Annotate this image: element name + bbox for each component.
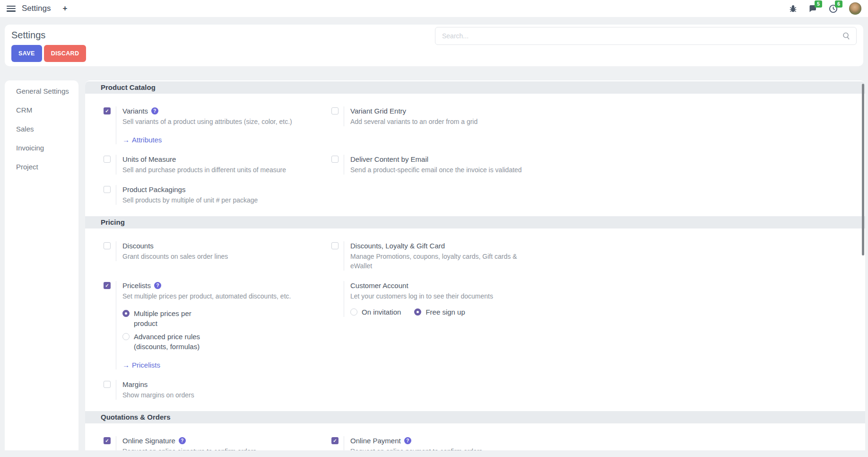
- check-icon: ✓: [105, 283, 109, 288]
- online-payment-checkbox[interactable]: ✓: [331, 437, 339, 444]
- sidebar-item-invoicing[interactable]: Invoicing: [5, 139, 78, 158]
- variants-checkbox[interactable]: ✓: [104, 107, 111, 114]
- setting-discounts: Discounts Grant discounts on sales order…: [104, 241, 331, 271]
- settings-content: Product Catalog ✓ Variants ? Sell varian…: [85, 80, 865, 450]
- search-icon[interactable]: [842, 32, 851, 40]
- sidebar-item-general-settings[interactable]: General Settings: [5, 82, 78, 101]
- help-icon[interactable]: ?: [151, 107, 158, 114]
- top-navbar: Settings + 5 6: [0, 0, 868, 17]
- variants-description: Sell variants of a product using attribu…: [122, 117, 312, 126]
- setting-variant-grid-entry: Variant Grid Entry Add several variants …: [331, 106, 865, 144]
- margins-label[interactable]: Margins: [122, 380, 148, 389]
- margins-description: Show margins on orders: [122, 390, 312, 400]
- radio-unselected-icon[interactable]: [122, 333, 130, 340]
- help-icon[interactable]: ?: [179, 437, 186, 444]
- setting-customer-account: Customer Account Let your customers log …: [331, 281, 865, 369]
- loyalty-gift-card-checkbox[interactable]: [331, 242, 339, 249]
- online-signature-description: Request an online signature to confirm o…: [122, 447, 312, 450]
- customer-account-description: Let your customers log in to see their d…: [350, 291, 539, 301]
- pricelists-description: Set multiple prices per product, automat…: [122, 291, 312, 301]
- activities-clock-icon[interactable]: 6: [829, 4, 838, 13]
- customer-account-radio-group: On invitation Free sign up: [350, 307, 865, 317]
- messages-count-badge: 5: [815, 0, 822, 8]
- margins-checkbox[interactable]: [104, 381, 111, 388]
- online-payment-description: Request an online payment to confirm ord…: [350, 447, 539, 450]
- discounts-checkbox[interactable]: [104, 242, 111, 249]
- sidebar-item-crm[interactable]: CRM: [5, 101, 78, 120]
- variants-label[interactable]: Variants: [122, 106, 148, 115]
- pricelists-checkbox[interactable]: ✓: [104, 282, 111, 289]
- loyalty-gift-card-description: Manage Promotions, coupons, loyalty card…: [350, 252, 539, 271]
- section-body-product-catalog: ✓ Variants ? Sell variants of a product …: [85, 94, 865, 216]
- deliver-content-description: Send a product-specific email once the i…: [350, 165, 539, 175]
- discounts-description: Grant discounts on sales order lines: [122, 252, 312, 261]
- pricelists-link[interactable]: → Pricelists: [122, 361, 160, 369]
- search-input[interactable]: [435, 27, 857, 45]
- product-packagings-checkbox[interactable]: [104, 186, 111, 193]
- setting-deliver-content-by-email: Deliver Content by Email Send a product-…: [331, 155, 865, 175]
- radio-multiple-prices[interactable]: Multiple prices per product: [122, 308, 331, 328]
- deliver-content-checkbox[interactable]: [331, 156, 339, 163]
- sidebar-item-sales[interactable]: Sales: [5, 120, 78, 139]
- debug-bug-icon[interactable]: [789, 5, 797, 13]
- arrow-right-icon: →: [122, 136, 130, 144]
- section-header-quotations-orders: Quotations & Orders: [85, 411, 865, 423]
- section-header-product-catalog: Product Catalog: [85, 81, 865, 94]
- check-icon: ✓: [105, 108, 109, 114]
- messages-icon[interactable]: 5: [808, 4, 817, 13]
- units-of-measure-description: Sell and purchase products in different …: [122, 165, 312, 175]
- setting-product-packagings: Product Packagings Sell products by mult…: [104, 185, 331, 205]
- variant-grid-entry-checkbox[interactable]: [331, 107, 339, 114]
- radio-unselected-icon[interactable]: [350, 308, 357, 316]
- settings-sidebar: General Settings CRM Sales Invoicing Pro…: [5, 80, 78, 450]
- section-body-quotations-orders: ✓ Online Signature ? Request an online s…: [85, 423, 865, 450]
- discounts-label[interactable]: Discounts: [122, 241, 154, 250]
- radio-advanced-price-rules[interactable]: Advanced price rules (discounts, formula…: [122, 332, 331, 352]
- radio-on-invitation[interactable]: On invitation: [350, 307, 401, 317]
- pricelists-label[interactable]: Pricelists: [122, 281, 151, 290]
- help-icon[interactable]: ?: [404, 437, 411, 444]
- save-button[interactable]: SAVE: [11, 45, 42, 62]
- setting-loyalty-gift-card: Discounts, Loyalty & Gift Card Manage Pr…: [331, 241, 865, 271]
- section-header-pricing: Pricing: [85, 216, 865, 228]
- help-icon[interactable]: ?: [154, 282, 161, 289]
- check-icon: ✓: [333, 438, 337, 443]
- radio-free-sign-up[interactable]: Free sign up: [414, 307, 465, 317]
- units-of-measure-label[interactable]: Units of Measure: [122, 155, 176, 164]
- section-body-pricing: Discounts Grant discounts on sales order…: [85, 228, 865, 411]
- setting-units-of-measure: Units of Measure Sell and purchase produ…: [104, 155, 331, 175]
- variant-grid-entry-description: Add several variants to an order from a …: [350, 117, 539, 126]
- attributes-link[interactable]: → Attributes: [122, 136, 162, 144]
- pricelists-radio-group: Multiple prices per product Advanced pri…: [122, 308, 331, 352]
- discard-button[interactable]: DISCARD: [44, 45, 87, 62]
- control-panel: Settings SAVE DISCARD: [5, 25, 863, 66]
- user-avatar[interactable]: [849, 2, 861, 15]
- navbar-app-title[interactable]: Settings: [22, 4, 51, 13]
- activities-count-badge: 6: [835, 0, 842, 8]
- setting-margins: Margins Show margins on orders: [104, 380, 331, 400]
- loyalty-gift-card-label[interactable]: Discounts, Loyalty & Gift Card: [350, 241, 445, 250]
- setting-pricelists: ✓ Pricelists ? Set multiple prices per p…: [104, 281, 331, 369]
- online-signature-checkbox[interactable]: ✓: [104, 437, 111, 444]
- product-packagings-description: Sell products by multiple of unit # per …: [122, 195, 312, 205]
- setting-online-signature: ✓ Online Signature ? Request an online s…: [104, 436, 331, 450]
- customer-account-label: Customer Account: [350, 281, 408, 290]
- arrow-right-icon: →: [122, 361, 130, 369]
- product-packagings-label[interactable]: Product Packagings: [122, 185, 185, 194]
- setting-online-payment: ✓ Online Payment ? Request an online pay…: [331, 436, 865, 450]
- new-tab-plus-icon[interactable]: +: [62, 4, 67, 13]
- sidebar-item-project[interactable]: Project: [5, 158, 78, 176]
- online-signature-label[interactable]: Online Signature: [122, 436, 175, 445]
- units-of-measure-checkbox[interactable]: [104, 156, 111, 163]
- variant-grid-entry-label[interactable]: Variant Grid Entry: [350, 106, 406, 115]
- apps-menu-icon[interactable]: [7, 6, 16, 12]
- check-icon: ✓: [105, 438, 109, 443]
- deliver-content-label[interactable]: Deliver Content by Email: [350, 155, 428, 164]
- radio-selected-icon[interactable]: [414, 308, 421, 316]
- vertical-scrollbar[interactable]: [862, 84, 864, 255]
- online-payment-label[interactable]: Online Payment: [350, 436, 401, 445]
- setting-variants: ✓ Variants ? Sell variants of a product …: [104, 106, 331, 144]
- radio-selected-icon[interactable]: [122, 310, 130, 317]
